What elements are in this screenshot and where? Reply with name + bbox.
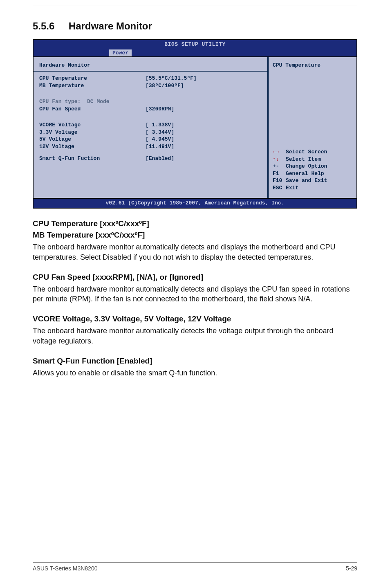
heading-mb-temp: MB Temperature [xxxºC/xxxºF] xyxy=(33,231,357,240)
help-text: Select Screen xyxy=(286,148,352,156)
left-pane-header: Hardware Monitor xyxy=(39,61,262,71)
footer-left: ASUS T-Series M3N8200 xyxy=(33,565,97,572)
setting-label: CPU Fan Speed xyxy=(39,105,146,113)
setting-value: [3260RPM] xyxy=(146,105,262,113)
right-pane-header: CPU Temperature xyxy=(273,61,352,71)
section-number: 5.5.6 xyxy=(33,20,54,32)
para-temps: The onboard hardware monitor automatical… xyxy=(33,242,357,262)
setting-value: [ 3.344V] xyxy=(146,129,262,136)
setting-row[interactable]: VCORE Voltage[ 1.338V] xyxy=(39,121,262,129)
top-rule xyxy=(33,5,357,5)
help-text: Change Option xyxy=(286,163,352,170)
help-text: Exit xyxy=(286,184,352,192)
help-row: +-Change Option xyxy=(273,163,352,170)
setting-value: [55.5ºC/131.5ºF] xyxy=(146,75,262,82)
help-row: Select Screen xyxy=(273,148,352,156)
bios-window: BIOS SETUP UTILITY Power Hardware Monito… xyxy=(33,39,357,209)
setting-row[interactable]: Smart Q-Fun Fuction[Enabled] xyxy=(39,155,262,162)
section-heading: 5.5.6 Hardware Monitor xyxy=(33,20,357,32)
help-key: +- xyxy=(273,163,286,170)
bios-topbar: BIOS SETUP UTILITY Power xyxy=(34,40,356,56)
bios-right-pane: CPU Temperature Select ScreenSelect Item… xyxy=(269,57,356,198)
heading-cpu-temp: CPU Temperature [xxxºC/xxxºF] xyxy=(33,219,357,228)
help-row: F1General Help xyxy=(273,170,352,177)
bios-tabs: Power xyxy=(34,49,356,56)
setting-row[interactable]: CPU Fan Speed[3260RPM] xyxy=(39,105,262,113)
help-key: F10 xyxy=(273,177,286,184)
setting-value: [ 4.945V] xyxy=(146,136,262,143)
bios-title: BIOS SETUP UTILITY xyxy=(34,41,356,47)
heading-fan-speed: CPU Fan Speed [xxxxRPM], [N/A], or [Igno… xyxy=(33,273,357,282)
help-key xyxy=(273,148,286,156)
setting-row[interactable]: CPU Fan type: DC Mode xyxy=(39,98,262,105)
setting-value: [11.491V] xyxy=(146,143,262,150)
bios-footer: v02.61 (C)Copyright 1985-2007, American … xyxy=(34,199,356,208)
help-text: Save and Exit xyxy=(286,177,352,184)
bios-body: Hardware Monitor CPU Temperature[55.5ºC/… xyxy=(34,56,356,199)
help-text: Select Item xyxy=(286,156,352,163)
para-qfun: Allows you to enable or disable the smar… xyxy=(33,368,357,378)
para-fan-speed: The onboard hardware monitor automatical… xyxy=(33,284,357,304)
setting-row[interactable]: MB Temperature[38ºC/100ºF] xyxy=(39,82,262,90)
setting-row[interactable]: 5V Voltage[ 4.945V] xyxy=(39,136,262,143)
setting-value: [38ºC/100ºF] xyxy=(146,82,262,90)
setting-label: CPU Temperature xyxy=(39,75,146,82)
setting-label: MB Temperature xyxy=(39,82,146,90)
section-title: Hardware Monitor xyxy=(69,20,152,31)
setting-row[interactable]: CPU Temperature[55.5ºC/131.5ºF] xyxy=(39,75,262,82)
setting-label: Smart Q-Fun Fuction xyxy=(39,155,146,162)
setting-value: [Enabled] xyxy=(146,155,262,162)
setting-row[interactable]: 12V Voltage[11.491V] xyxy=(39,143,262,150)
setting-label: 5V Voltage xyxy=(39,136,146,143)
setting-label: CPU Fan type: DC Mode xyxy=(39,98,146,105)
bios-left-pane: Hardware Monitor CPU Temperature[55.5ºC/… xyxy=(34,57,269,198)
heading-qfun: Smart Q-Fun Function [Enabled] xyxy=(33,357,357,366)
heading-voltages: VCORE Voltage, 3.3V Voltage, 5V Voltage,… xyxy=(33,314,357,323)
setting-value xyxy=(146,98,262,105)
help-key: F1 xyxy=(273,170,286,177)
help-row: F10Save and Exit xyxy=(273,177,352,184)
setting-label: 3.3V Voltage xyxy=(39,129,146,136)
help-key: ESC xyxy=(273,184,286,192)
para-voltages: The onboard hardware monitor automatical… xyxy=(33,326,357,346)
page-footer: ASUS T-Series M3N8200 5-29 xyxy=(33,562,357,572)
tab-power[interactable]: Power xyxy=(109,49,132,56)
help-row: Select Item xyxy=(273,156,352,163)
setting-label: VCORE Voltage xyxy=(39,121,146,129)
help-key xyxy=(273,156,286,163)
help-row: ESCExit xyxy=(273,184,352,192)
setting-label: 12V Voltage xyxy=(39,143,146,150)
setting-value: [ 1.338V] xyxy=(146,121,262,129)
help-text: General Help xyxy=(286,170,352,177)
footer-right: 5-29 xyxy=(346,565,357,572)
setting-row[interactable]: 3.3V Voltage[ 3.344V] xyxy=(39,129,262,136)
left-divider xyxy=(34,71,267,72)
